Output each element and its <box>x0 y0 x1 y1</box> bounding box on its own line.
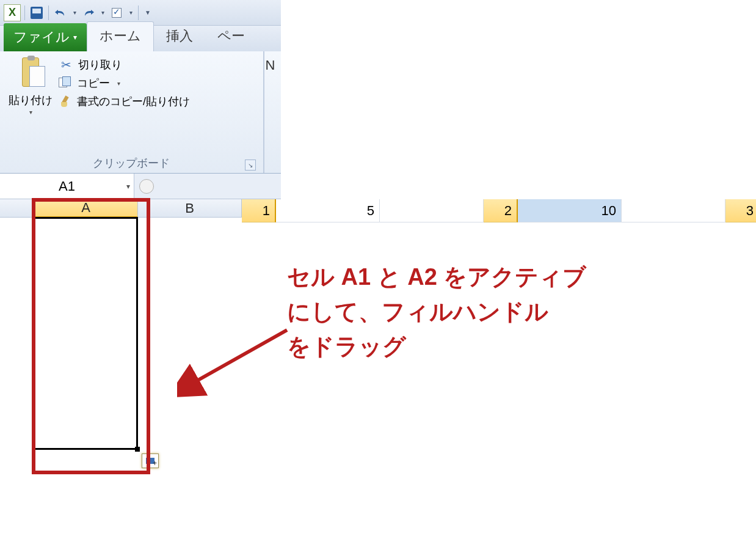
tab-page-layout[interactable]: ペー <box>205 22 257 51</box>
checkbox-icon <box>112 8 122 18</box>
annotation-text: セル A1 と A2 をアクティブ にして、フィルハンドル をドラッグ <box>287 260 751 364</box>
touch-dropdown[interactable]: ▾ <box>127 9 134 16</box>
column-header-A[interactable]: A <box>34 199 138 218</box>
fill-handle[interactable] <box>135 447 140 452</box>
cell-B2[interactable] <box>622 199 725 222</box>
cut-label: 切り取り <box>78 57 122 72</box>
tab-file[interactable]: ファイル ▾ <box>4 23 87 51</box>
selection-border <box>34 217 138 450</box>
cell-A1[interactable]: 5 <box>276 199 380 222</box>
annotation-highlight-box <box>32 198 150 474</box>
annotation-line1: セル A1 と A2 をアクティブ <box>287 260 751 295</box>
tab-page-label: ペー <box>217 28 245 43</box>
annotation-line3: をドラッグ <box>287 329 751 364</box>
brush-icon <box>59 95 72 108</box>
undo-icon <box>54 8 67 18</box>
column-header-B[interactable]: B <box>138 199 242 218</box>
chevron-down-icon: ▾ <box>117 80 120 87</box>
ribbon-group-clipboard: 貼り付け ▾ ✂ 切り取り コピー ▾ <box>0 51 264 173</box>
group-title-clipboard: クリップボード <box>93 157 170 169</box>
redo-icon <box>82 8 95 18</box>
row-header[interactable]: 3 <box>725 199 756 222</box>
formula-bar: A1 ▾ <box>0 174 281 199</box>
chevron-down-icon: ▾ <box>126 182 130 191</box>
chevron-down-icon: ▾ <box>29 109 32 116</box>
paste-button[interactable]: 貼り付け ▾ <box>6 55 55 118</box>
annotation-line2: にして、フィルハンドル <box>287 295 751 329</box>
row-header[interactable]: 2 <box>484 199 518 222</box>
cut-button[interactable]: ✂ 切り取り <box>59 57 190 72</box>
tab-file-label: ファイル <box>13 28 70 46</box>
format-painter-label: 書式のコピー/貼り付け <box>77 94 190 109</box>
ribbon: 貼り付け ▾ ✂ 切り取り コピー ▾ <box>0 51 281 174</box>
tab-home-label: ホーム <box>100 28 141 43</box>
tab-home[interactable]: ホーム <box>87 21 154 51</box>
scissors-icon: ✂ <box>59 57 73 72</box>
chevron-down-icon: ▾ <box>73 33 77 42</box>
fx-button-icon <box>139 179 154 194</box>
name-box-value: A1 <box>59 178 75 194</box>
format-painter-button[interactable]: 書式のコピー/貼り付け <box>59 94 190 109</box>
separator <box>24 6 25 20</box>
tab-insert[interactable]: 挿入 <box>154 22 205 51</box>
redo-dropdown[interactable]: ▾ <box>99 9 106 16</box>
paste-icon <box>16 57 45 92</box>
formula-input-area[interactable] <box>134 179 281 194</box>
worksheet-grid[interactable]: AB1521031542052563073584094510501112 <box>0 199 281 222</box>
tab-insert-label: 挿入 <box>166 28 193 43</box>
ribbon-tabs: ファイル ▾ ホーム 挿入 ペー <box>0 26 281 51</box>
copy-icon <box>59 76 72 90</box>
redo-button[interactable] <box>81 5 96 21</box>
separator <box>48 6 49 20</box>
excel-logo-icon: X <box>4 4 21 21</box>
row-header[interactable]: 1 <box>242 199 276 222</box>
cell-A2[interactable]: 10 <box>518 199 622 222</box>
separator <box>138 6 139 20</box>
undo-dropdown[interactable]: ▾ <box>71 9 78 16</box>
touch-mode-button[interactable] <box>109 5 125 21</box>
ribbon-next-group-edge: N <box>264 51 281 173</box>
customize-qat-dropdown[interactable]: ▼ <box>145 9 151 16</box>
undo-button[interactable] <box>53 5 68 21</box>
cell-B1[interactable] <box>380 199 484 222</box>
name-box[interactable]: A1 ▾ <box>0 174 134 199</box>
paste-label: 貼り付け <box>9 93 53 108</box>
autofill-options-button[interactable] <box>142 453 159 468</box>
dialog-launcher-button[interactable]: ↘ <box>245 160 256 171</box>
annotation-arrow-icon <box>177 324 293 403</box>
svg-line-0 <box>189 330 287 385</box>
copy-button[interactable]: コピー ▾ <box>59 76 190 90</box>
select-all-corner[interactable] <box>0 199 34 218</box>
save-icon <box>31 7 43 19</box>
copy-label: コピー <box>77 76 110 90</box>
save-button[interactable] <box>29 5 45 21</box>
